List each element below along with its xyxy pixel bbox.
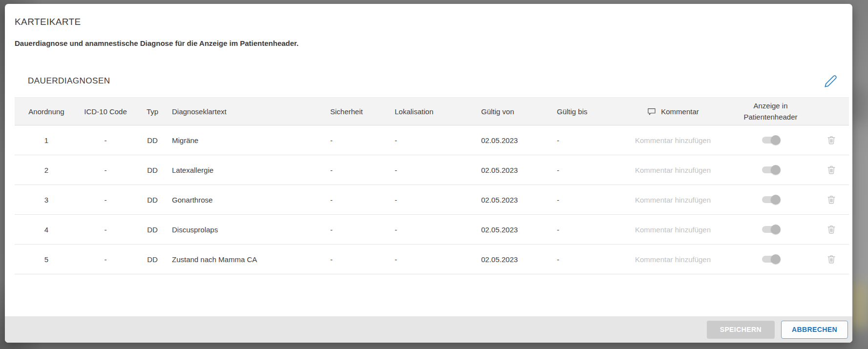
cell-icd10: -	[78, 196, 133, 204]
cell-gueltig-bis: -	[545, 166, 618, 174]
header-anzeige-line1: Anzeige in	[728, 100, 813, 111]
header-kommentar: Kommentar	[618, 106, 728, 116]
comment-placeholder: Kommentar hinzufügen	[635, 136, 711, 144]
comment-add-field[interactable]: Kommentar hinzufügen	[618, 166, 728, 174]
cell-sicherheit: -	[322, 196, 391, 204]
header-icd10-code: ICD-10 Code	[78, 107, 133, 116]
header-kommentar-label: Kommentar	[661, 107, 699, 116]
cell-lokalisation: -	[391, 196, 474, 204]
header-typ: Typ	[133, 107, 172, 116]
page-title: KARTEIKARTE	[15, 17, 852, 27]
toggle-knob	[771, 225, 781, 234]
cell-gueltig-von: 02.05.2023	[474, 136, 545, 144]
speichern-button[interactable]: SPEICHERN	[707, 321, 775, 339]
table-row: 3 - DD Gonarthrose - - 02.05.2023 - Komm…	[15, 185, 849, 215]
cell-sicherheit: -	[322, 226, 391, 234]
header-anordnung: Anordnung	[15, 107, 78, 116]
cell-diagnoseklartext: Migräne	[172, 136, 322, 144]
cell-anordnung: 5	[15, 255, 78, 264]
header-gueltig-bis: Gültig bis	[545, 107, 618, 116]
comment-add-field[interactable]: Kommentar hinzufügen	[618, 196, 728, 204]
table-row: 4 - DD Discusprolaps - - 02.05.2023 - Ko…	[15, 215, 849, 245]
cell-gueltig-von: 02.05.2023	[474, 255, 545, 264]
header-diagnoseklartext: Diagnoseklartext	[172, 107, 322, 116]
cell-gueltig-bis: -	[545, 196, 618, 204]
cell-lokalisation: -	[391, 226, 474, 234]
cell-anordnung: 3	[15, 196, 78, 204]
trash-icon	[826, 194, 837, 205]
trash-icon	[826, 224, 837, 235]
toggle-knob	[771, 135, 781, 145]
patientenheader-toggle[interactable]	[761, 225, 781, 234]
cell-lokalisation: -	[391, 166, 474, 174]
table-row: 1 - DD Migräne - - 02.05.2023 - Kommenta…	[15, 125, 849, 155]
cell-anordnung: 2	[15, 166, 78, 174]
header-anzeige-line2: Patientenheader	[728, 111, 813, 123]
cell-gueltig-bis: -	[545, 255, 618, 264]
table-row: 2 - DD Latexallergie - - 02.05.2023 - Ko…	[15, 155, 849, 185]
cell-lokalisation: -	[391, 136, 474, 144]
pencil-icon	[824, 75, 837, 88]
cell-sicherheit: -	[322, 255, 391, 264]
delete-row-button[interactable]	[825, 163, 838, 177]
comment-placeholder: Kommentar hinzufügen	[635, 255, 711, 264]
cell-anordnung: 4	[15, 226, 78, 234]
patientenheader-toggle[interactable]	[761, 195, 781, 205]
cell-typ: DD	[133, 226, 172, 234]
patientenheader-toggle[interactable]	[761, 165, 781, 175]
cell-icd10: -	[78, 136, 133, 144]
cell-gueltig-bis: -	[545, 136, 618, 144]
delete-row-button[interactable]	[825, 252, 838, 266]
patientenheader-toggle[interactable]	[761, 135, 781, 145]
header-lokalisation: Lokalisation	[391, 107, 474, 116]
cell-sicherheit: -	[322, 136, 391, 144]
header-sicherheit: Sicherheit	[322, 107, 391, 116]
speech-bubble-icon	[647, 106, 656, 116]
dauerdiagnosen-section-header: DAUERDIAGNOSEN	[28, 73, 839, 89]
patientenheader-toggle[interactable]	[761, 254, 781, 264]
cell-gueltig-von: 02.05.2023	[474, 166, 545, 174]
dialog-subtitle: Dauerdiagnose und anamnestische Diagnose…	[15, 39, 852, 47]
cell-gueltig-von: 02.05.2023	[474, 226, 545, 234]
cell-typ: DD	[133, 255, 172, 264]
delete-row-button[interactable]	[825, 223, 838, 236]
comment-add-field[interactable]: Kommentar hinzufügen	[618, 136, 728, 144]
toggle-knob	[771, 254, 781, 264]
comment-add-field[interactable]: Kommentar hinzufügen	[618, 226, 728, 234]
cell-typ: DD	[133, 166, 172, 174]
comment-placeholder: Kommentar hinzufügen	[635, 166, 711, 174]
cell-anordnung: 1	[15, 136, 78, 144]
header-gueltig-von: Gültig von	[474, 107, 545, 116]
cell-typ: DD	[133, 136, 172, 144]
delete-row-button[interactable]	[825, 193, 838, 206]
comment-placeholder: Kommentar hinzufügen	[635, 196, 711, 204]
toggle-knob	[771, 165, 781, 175]
edit-diagnoses-button[interactable]	[822, 73, 839, 89]
abbrechen-button[interactable]: ABBRECHEN	[781, 321, 848, 339]
cell-sicherheit: -	[322, 166, 391, 174]
cell-diagnoseklartext: Discusprolaps	[172, 226, 322, 234]
comment-add-field[interactable]: Kommentar hinzufügen	[618, 255, 728, 264]
delete-row-button[interactable]	[825, 133, 838, 147]
karteikarte-dialog: KARTEIKARTE Dauerdiagnose und anamnestis…	[5, 4, 852, 343]
trash-icon	[826, 135, 837, 145]
table-row: 5 - DD Zustand nach Mamma CA - - 02.05.2…	[15, 245, 849, 274]
cell-typ: DD	[133, 196, 172, 204]
cell-gueltig-bis: -	[545, 226, 618, 234]
header-anzeige-in-patientenheader: Anzeige in Patientenheader	[728, 100, 813, 123]
cell-gueltig-von: 02.05.2023	[474, 196, 545, 204]
cell-diagnoseklartext: Zustand nach Mamma CA	[172, 255, 322, 264]
comment-placeholder: Kommentar hinzufügen	[635, 226, 711, 234]
cell-icd10: -	[78, 226, 133, 234]
trash-icon	[826, 164, 837, 175]
cell-icd10: -	[78, 255, 133, 264]
cell-diagnoseklartext: Gonarthrose	[172, 196, 322, 204]
section-title: DAUERDIAGNOSEN	[28, 76, 110, 86]
cell-lokalisation: -	[391, 255, 474, 264]
cell-diagnoseklartext: Latexallergie	[172, 166, 322, 174]
cell-icd10: -	[78, 166, 133, 174]
toggle-knob	[771, 195, 781, 205]
dialog-footer: SPEICHERN ABBRECHEN	[5, 316, 852, 343]
dauerdiagnosen-table: Anordnung ICD-10 Code Typ Diagnoseklarte…	[15, 97, 849, 274]
table-header-row: Anordnung ICD-10 Code Typ Diagnoseklarte…	[15, 97, 849, 125]
